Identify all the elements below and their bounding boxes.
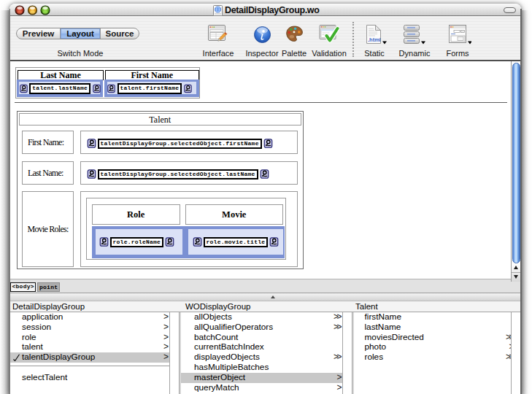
svg-text:.html: .html — [368, 36, 381, 43]
